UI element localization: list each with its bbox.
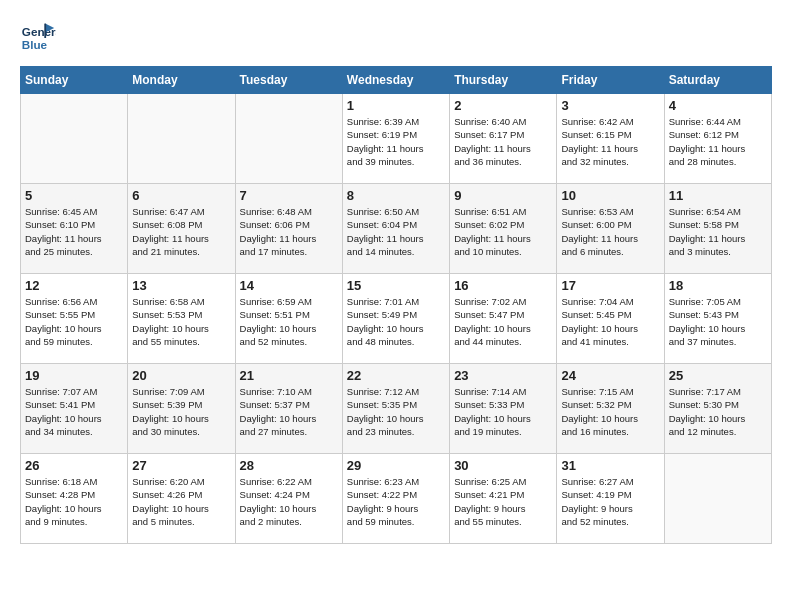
day-number: 14 xyxy=(240,278,338,293)
day-number: 3 xyxy=(561,98,659,113)
day-number: 24 xyxy=(561,368,659,383)
day-info: Sunrise: 6:58 AM Sunset: 5:53 PM Dayligh… xyxy=(132,295,230,348)
calendar-cell: 2Sunrise: 6:40 AM Sunset: 6:17 PM Daylig… xyxy=(450,94,557,184)
logo-icon: General Blue xyxy=(20,20,56,56)
day-info: Sunrise: 6:39 AM Sunset: 6:19 PM Dayligh… xyxy=(347,115,445,168)
calendar-cell: 31Sunrise: 6:27 AM Sunset: 4:19 PM Dayli… xyxy=(557,454,664,544)
calendar-cell: 9Sunrise: 6:51 AM Sunset: 6:02 PM Daylig… xyxy=(450,184,557,274)
svg-text:Blue: Blue xyxy=(22,38,48,51)
calendar-cell: 19Sunrise: 7:07 AM Sunset: 5:41 PM Dayli… xyxy=(21,364,128,454)
calendar-cell: 7Sunrise: 6:48 AM Sunset: 6:06 PM Daylig… xyxy=(235,184,342,274)
column-header-sunday: Sunday xyxy=(21,67,128,94)
calendar-cell: 12Sunrise: 6:56 AM Sunset: 5:55 PM Dayli… xyxy=(21,274,128,364)
day-info: Sunrise: 6:53 AM Sunset: 6:00 PM Dayligh… xyxy=(561,205,659,258)
day-number: 10 xyxy=(561,188,659,203)
calendar-cell: 14Sunrise: 6:59 AM Sunset: 5:51 PM Dayli… xyxy=(235,274,342,364)
day-info: Sunrise: 6:45 AM Sunset: 6:10 PM Dayligh… xyxy=(25,205,123,258)
calendar-cell: 8Sunrise: 6:50 AM Sunset: 6:04 PM Daylig… xyxy=(342,184,449,274)
day-number: 13 xyxy=(132,278,230,293)
day-info: Sunrise: 7:04 AM Sunset: 5:45 PM Dayligh… xyxy=(561,295,659,348)
day-number: 18 xyxy=(669,278,767,293)
calendar-cell: 10Sunrise: 6:53 AM Sunset: 6:00 PM Dayli… xyxy=(557,184,664,274)
day-info: Sunrise: 7:12 AM Sunset: 5:35 PM Dayligh… xyxy=(347,385,445,438)
calendar-week-2: 5Sunrise: 6:45 AM Sunset: 6:10 PM Daylig… xyxy=(21,184,772,274)
calendar-week-5: 26Sunrise: 6:18 AM Sunset: 4:28 PM Dayli… xyxy=(21,454,772,544)
day-info: Sunrise: 6:47 AM Sunset: 6:08 PM Dayligh… xyxy=(132,205,230,258)
day-number: 26 xyxy=(25,458,123,473)
column-header-monday: Monday xyxy=(128,67,235,94)
calendar-table: SundayMondayTuesdayWednesdayThursdayFrid… xyxy=(20,66,772,544)
calendar-cell xyxy=(235,94,342,184)
calendar-cell: 20Sunrise: 7:09 AM Sunset: 5:39 PM Dayli… xyxy=(128,364,235,454)
day-info: Sunrise: 6:20 AM Sunset: 4:26 PM Dayligh… xyxy=(132,475,230,528)
day-info: Sunrise: 6:51 AM Sunset: 6:02 PM Dayligh… xyxy=(454,205,552,258)
day-info: Sunrise: 7:05 AM Sunset: 5:43 PM Dayligh… xyxy=(669,295,767,348)
day-number: 11 xyxy=(669,188,767,203)
calendar-cell: 24Sunrise: 7:15 AM Sunset: 5:32 PM Dayli… xyxy=(557,364,664,454)
day-number: 22 xyxy=(347,368,445,383)
calendar-cell: 6Sunrise: 6:47 AM Sunset: 6:08 PM Daylig… xyxy=(128,184,235,274)
column-header-thursday: Thursday xyxy=(450,67,557,94)
day-info: Sunrise: 7:02 AM Sunset: 5:47 PM Dayligh… xyxy=(454,295,552,348)
day-info: Sunrise: 6:44 AM Sunset: 6:12 PM Dayligh… xyxy=(669,115,767,168)
day-info: Sunrise: 6:40 AM Sunset: 6:17 PM Dayligh… xyxy=(454,115,552,168)
day-info: Sunrise: 6:18 AM Sunset: 4:28 PM Dayligh… xyxy=(25,475,123,528)
calendar-cell: 3Sunrise: 6:42 AM Sunset: 6:15 PM Daylig… xyxy=(557,94,664,184)
day-number: 15 xyxy=(347,278,445,293)
calendar-cell: 21Sunrise: 7:10 AM Sunset: 5:37 PM Dayli… xyxy=(235,364,342,454)
day-number: 6 xyxy=(132,188,230,203)
day-info: Sunrise: 7:09 AM Sunset: 5:39 PM Dayligh… xyxy=(132,385,230,438)
day-number: 30 xyxy=(454,458,552,473)
calendar-week-1: 1Sunrise: 6:39 AM Sunset: 6:19 PM Daylig… xyxy=(21,94,772,184)
calendar-cell: 22Sunrise: 7:12 AM Sunset: 5:35 PM Dayli… xyxy=(342,364,449,454)
day-info: Sunrise: 6:50 AM Sunset: 6:04 PM Dayligh… xyxy=(347,205,445,258)
calendar-cell: 29Sunrise: 6:23 AM Sunset: 4:22 PM Dayli… xyxy=(342,454,449,544)
day-info: Sunrise: 7:17 AM Sunset: 5:30 PM Dayligh… xyxy=(669,385,767,438)
calendar-cell: 16Sunrise: 7:02 AM Sunset: 5:47 PM Dayli… xyxy=(450,274,557,364)
day-info: Sunrise: 6:27 AM Sunset: 4:19 PM Dayligh… xyxy=(561,475,659,528)
calendar-cell: 30Sunrise: 6:25 AM Sunset: 4:21 PM Dayli… xyxy=(450,454,557,544)
day-number: 9 xyxy=(454,188,552,203)
day-number: 12 xyxy=(25,278,123,293)
calendar-cell xyxy=(128,94,235,184)
day-info: Sunrise: 6:59 AM Sunset: 5:51 PM Dayligh… xyxy=(240,295,338,348)
calendar-cell: 26Sunrise: 6:18 AM Sunset: 4:28 PM Dayli… xyxy=(21,454,128,544)
day-info: Sunrise: 6:23 AM Sunset: 4:22 PM Dayligh… xyxy=(347,475,445,528)
calendar-cell xyxy=(21,94,128,184)
calendar-cell: 13Sunrise: 6:58 AM Sunset: 5:53 PM Dayli… xyxy=(128,274,235,364)
day-number: 17 xyxy=(561,278,659,293)
calendar-cell: 28Sunrise: 6:22 AM Sunset: 4:24 PM Dayli… xyxy=(235,454,342,544)
day-number: 23 xyxy=(454,368,552,383)
day-number: 7 xyxy=(240,188,338,203)
day-info: Sunrise: 6:48 AM Sunset: 6:06 PM Dayligh… xyxy=(240,205,338,258)
calendar-cell: 17Sunrise: 7:04 AM Sunset: 5:45 PM Dayli… xyxy=(557,274,664,364)
calendar-cell: 5Sunrise: 6:45 AM Sunset: 6:10 PM Daylig… xyxy=(21,184,128,274)
calendar-cell: 18Sunrise: 7:05 AM Sunset: 5:43 PM Dayli… xyxy=(664,274,771,364)
column-header-friday: Friday xyxy=(557,67,664,94)
day-info: Sunrise: 6:42 AM Sunset: 6:15 PM Dayligh… xyxy=(561,115,659,168)
day-number: 25 xyxy=(669,368,767,383)
calendar-cell: 1Sunrise: 6:39 AM Sunset: 6:19 PM Daylig… xyxy=(342,94,449,184)
day-number: 2 xyxy=(454,98,552,113)
day-number: 16 xyxy=(454,278,552,293)
day-info: Sunrise: 7:01 AM Sunset: 5:49 PM Dayligh… xyxy=(347,295,445,348)
day-number: 29 xyxy=(347,458,445,473)
day-info: Sunrise: 6:25 AM Sunset: 4:21 PM Dayligh… xyxy=(454,475,552,528)
column-header-saturday: Saturday xyxy=(664,67,771,94)
day-info: Sunrise: 7:10 AM Sunset: 5:37 PM Dayligh… xyxy=(240,385,338,438)
day-number: 20 xyxy=(132,368,230,383)
page-header: General Blue xyxy=(20,20,772,56)
day-info: Sunrise: 7:15 AM Sunset: 5:32 PM Dayligh… xyxy=(561,385,659,438)
logo: General Blue xyxy=(20,20,64,56)
day-number: 19 xyxy=(25,368,123,383)
day-number: 8 xyxy=(347,188,445,203)
day-info: Sunrise: 7:07 AM Sunset: 5:41 PM Dayligh… xyxy=(25,385,123,438)
day-number: 28 xyxy=(240,458,338,473)
calendar-cell: 11Sunrise: 6:54 AM Sunset: 5:58 PM Dayli… xyxy=(664,184,771,274)
day-number: 1 xyxy=(347,98,445,113)
calendar-cell: 15Sunrise: 7:01 AM Sunset: 5:49 PM Dayli… xyxy=(342,274,449,364)
calendar-header: SundayMondayTuesdayWednesdayThursdayFrid… xyxy=(21,67,772,94)
column-header-tuesday: Tuesday xyxy=(235,67,342,94)
day-info: Sunrise: 6:56 AM Sunset: 5:55 PM Dayligh… xyxy=(25,295,123,348)
calendar-week-4: 19Sunrise: 7:07 AM Sunset: 5:41 PM Dayli… xyxy=(21,364,772,454)
